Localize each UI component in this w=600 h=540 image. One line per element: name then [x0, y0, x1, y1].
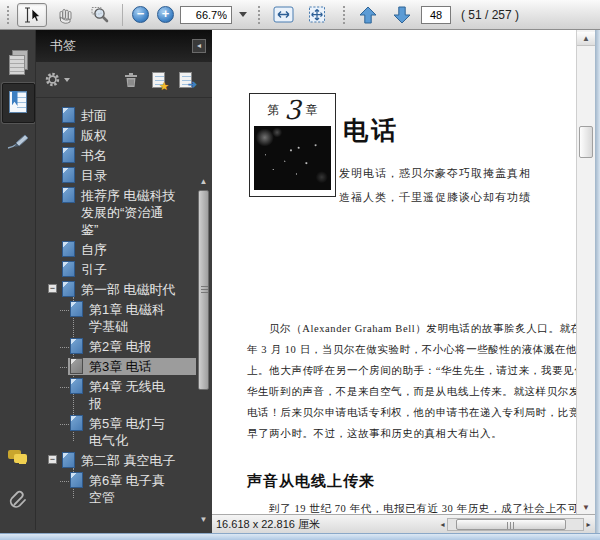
- navigation-pane-strip: [0, 30, 35, 533]
- epigraph-line: 发明电话，惑贝尔豪夺巧取掩盖真相: [339, 166, 531, 181]
- zoom-in-button[interactable]: +: [157, 6, 174, 23]
- body-text-line: 上。他大声传呼在另一个房间的助手：“华生先生，请过来，我要见你: [247, 364, 585, 378]
- bookmark-item[interactable]: 自序: [48, 241, 196, 258]
- window-right-edge: [595, 30, 600, 540]
- bookmark-page-icon: [70, 415, 83, 431]
- bookmark-item[interactable]: − 第二部 真空电子: [48, 452, 196, 469]
- comments-tab[interactable]: [0, 438, 35, 478]
- bookmark-item[interactable]: 目录: [48, 167, 196, 184]
- bookmarks-scrollbar-thumb[interactable]: [198, 190, 209, 390]
- section-heading: 声音从电线上传来: [247, 472, 375, 491]
- bookmark-item[interactable]: 书名: [48, 147, 196, 164]
- star-badge-icon: ★: [159, 81, 169, 91]
- bookmark-item[interactable]: 第6章 电子真空管: [68, 472, 196, 506]
- bookmarks-tab[interactable]: [0, 82, 35, 122]
- goto-arrow-icon: ➔: [188, 80, 197, 89]
- bookmark-page-icon: [70, 358, 83, 374]
- bookmark-item[interactable]: 第1章 电磁科学基础: [68, 301, 196, 335]
- previous-page-button[interactable]: [353, 3, 383, 27]
- bookmark-page-icon: [62, 241, 75, 257]
- down-arrow-icon: [392, 5, 412, 25]
- bookmark-page-icon: [70, 378, 83, 394]
- bookmark-page-icon: [62, 167, 75, 183]
- collapse-minus-icon[interactable]: −: [48, 284, 57, 293]
- toolbar-grip: [342, 5, 347, 25]
- next-page-button[interactable]: [387, 3, 417, 27]
- bookmark-page-icon: [62, 281, 75, 297]
- select-tool-icon: [23, 6, 41, 24]
- signatures-tab[interactable]: [0, 122, 35, 162]
- scroll-up-icon[interactable]: ▲: [197, 176, 210, 188]
- scroll-left-icon[interactable]: ◂: [438, 520, 447, 529]
- toolbar-grip: [257, 5, 262, 25]
- window-bottom-edge: [0, 533, 600, 540]
- bookmark-page-icon: [62, 127, 75, 143]
- gear-icon: [44, 71, 61, 88]
- bookmark-item[interactable]: 版权: [48, 127, 196, 144]
- body-text-line: 华生听到的声音，不是来自空气，而是从电线上传来。就这样贝尔发明: [247, 385, 591, 399]
- bookmarks-tree: 封面 版权 书名 目录 推荐序 电磁科技发展的“资治通鉴” 自序 引子 − 第一…: [36, 98, 212, 530]
- new-bookmark-page-icon: ★: [152, 72, 165, 88]
- bookmarks-scrollbar[interactable]: ▲ ▼: [197, 176, 210, 526]
- bookmark-item[interactable]: 封面: [48, 107, 196, 124]
- bookmark-children-group: 第6章 电子真空管: [48, 472, 196, 506]
- fit-page-button[interactable]: [302, 3, 332, 27]
- bookmark-item-selected[interactable]: 第3章 电话: [68, 358, 196, 375]
- up-arrow-icon: [358, 5, 378, 25]
- bookmark-item[interactable]: 第4章 无线电报: [68, 378, 196, 412]
- options-caret-icon: [64, 78, 70, 82]
- trash-icon: [124, 72, 138, 88]
- zoom-dropdown-caret-icon[interactable]: [239, 12, 247, 17]
- hand-tool-button[interactable]: [51, 3, 81, 27]
- select-tool-button[interactable]: [17, 3, 47, 27]
- page-thumbnails-icon: [9, 52, 26, 73]
- goto-bookmark-button[interactable]: ➔: [179, 66, 192, 94]
- epigraph-line: 造福人类，千里遥促膝谈心却有功绩: [339, 190, 531, 205]
- toolbar: − + ( 51 / 257 ): [0, 0, 600, 30]
- page-count-label: ( 51 / 257 ): [461, 8, 519, 22]
- vertical-scrollbar-thumb[interactable]: [579, 126, 593, 158]
- delete-bookmark-button[interactable]: [124, 66, 138, 94]
- bookmark-item[interactable]: 引子: [48, 261, 196, 278]
- vertical-scrollbar[interactable]: ▲ ▼: [576, 30, 595, 514]
- horizontal-scrollbar-thumb[interactable]: [456, 519, 566, 530]
- fit-page-icon: [308, 6, 326, 23]
- options-button[interactable]: [44, 66, 70, 94]
- bookmarks-panel-title: 书签: [50, 37, 192, 55]
- bookmarks-panel: 书签 ◂ ★ ➔: [35, 30, 212, 530]
- toolbar-grip: [6, 5, 11, 25]
- scroll-down-icon[interactable]: ▼: [197, 514, 210, 526]
- bookmark-item[interactable]: 第5章 电灯与电气化: [68, 415, 196, 449]
- bookmark-item[interactable]: − 第一部 电磁时代: [48, 281, 196, 298]
- collapse-minus-icon[interactable]: −: [48, 455, 57, 464]
- scroll-right-icon[interactable]: ▸: [584, 520, 593, 529]
- marquee-zoom-button[interactable]: [85, 3, 115, 27]
- zoom-level-input[interactable]: [180, 6, 232, 24]
- bookmark-page-icon: [62, 107, 75, 123]
- bookmark-page-icon: [62, 187, 75, 203]
- signature-pen-icon: [6, 133, 30, 151]
- fit-width-button[interactable]: [268, 3, 298, 27]
- attachments-tab[interactable]: [0, 480, 35, 520]
- page-number-input[interactable]: [421, 6, 451, 24]
- document-view[interactable]: 第 3 章 电话 发明电话，惑贝尔豪夺巧取掩盖真相 造福人类，千里遥促膝谈心却有…: [212, 30, 595, 533]
- comments-icon: [8, 450, 28, 466]
- bookmark-item[interactable]: 第2章 电报: [68, 338, 196, 355]
- page-size-label: 16.618 x 22.816 厘米: [216, 517, 320, 532]
- bookmark-item[interactable]: 推荐序 电磁科技发展的“资治通鉴”: [48, 187, 196, 238]
- bookmark-page-icon: [62, 261, 75, 277]
- horizontal-scrollbar[interactable]: [447, 518, 584, 531]
- zoom-out-button[interactable]: −: [132, 6, 149, 23]
- body-text-line: 年 3 月 10 日，当贝尔在做实验时，不小心将一些酸性的液体溅在他的衣: [247, 343, 595, 357]
- scroll-down-icon[interactable]: ▼: [577, 503, 595, 512]
- body-text-line: 贝尔（Alexander Graham Bell）发明电话的故事脍炙人口。就在 …: [247, 322, 595, 336]
- chapter-photo: [254, 126, 331, 190]
- page-thumbnails-tab[interactable]: [0, 42, 35, 82]
- bookmark-page-icon: [70, 301, 83, 317]
- status-bar: 16.618 x 22.816 厘米 ◂ ▸: [212, 514, 595, 533]
- scroll-up-icon[interactable]: ▲: [577, 32, 595, 46]
- panel-collapse-button[interactable]: ◂: [192, 39, 206, 53]
- new-bookmark-button[interactable]: ★: [152, 66, 165, 94]
- chapter-marker-box: 第 3 章: [249, 93, 336, 197]
- paperclip-icon: [8, 489, 28, 511]
